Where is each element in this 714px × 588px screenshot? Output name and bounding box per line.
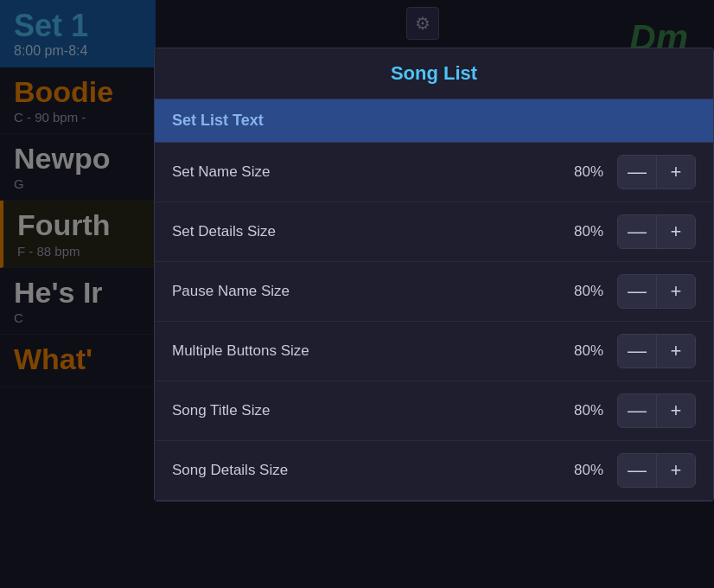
- setting-value-1: 80%: [564, 223, 603, 240]
- decrement-button-3[interactable]: —: [618, 335, 656, 368]
- section-label: Set List Text: [172, 112, 264, 129]
- section-row-set-list-text[interactable]: Set List Text: [155, 99, 713, 143]
- modal-title: Song List: [391, 62, 477, 84]
- setting-value-2: 80%: [564, 283, 603, 300]
- setting-value-4: 80%: [564, 402, 603, 419]
- setting-name-0: Set Name Size: [172, 163, 564, 181]
- decrement-button-4[interactable]: —: [618, 394, 656, 427]
- setting-value-0: 80%: [564, 163, 603, 181]
- increment-button-2[interactable]: +: [657, 275, 695, 308]
- increment-button-5[interactable]: +: [657, 454, 695, 487]
- increment-button-1[interactable]: +: [657, 215, 695, 248]
- stepper-0: — +: [617, 155, 696, 189]
- stepper-5: — +: [617, 453, 696, 488]
- setting-value-5: 80%: [564, 462, 603, 479]
- setting-row-0: Set Name Size 80% — +: [155, 143, 713, 202]
- stepper-1: — +: [617, 214, 696, 249]
- setting-name-4: Song Title Size: [172, 402, 564, 419]
- stepper-3: — +: [617, 334, 696, 368]
- decrement-button-0[interactable]: —: [618, 156, 656, 189]
- setting-row-4: Song Title Size 80% — +: [155, 381, 713, 441]
- increment-button-0[interactable]: +: [657, 156, 695, 189]
- decrement-button-1[interactable]: —: [618, 215, 656, 248]
- decrement-button-5[interactable]: —: [618, 454, 656, 487]
- setting-row-1: Set Details Size 80% — +: [155, 202, 713, 262]
- setting-name-5: Song Details Size: [172, 462, 564, 479]
- stepper-2: — +: [617, 274, 696, 309]
- decrement-button-2[interactable]: —: [618, 275, 656, 308]
- increment-button-4[interactable]: +: [657, 394, 695, 427]
- setting-name-2: Pause Name Size: [172, 283, 564, 300]
- modal-header: Song List: [155, 48, 713, 99]
- stepper-4: — +: [617, 393, 696, 428]
- setting-name-1: Set Details Size: [172, 223, 564, 240]
- setting-row-3: Multiple Buttons Size 80% — +: [155, 322, 713, 381]
- increment-button-3[interactable]: +: [657, 335, 695, 368]
- setting-row-2: Pause Name Size 80% — +: [155, 262, 713, 322]
- setting-row-5: Song Details Size 80% — +: [155, 441, 713, 501]
- setting-value-3: 80%: [564, 342, 603, 360]
- song-list-modal: Song List Set List Text Set Name Size 80…: [154, 48, 714, 502]
- setting-name-3: Multiple Buttons Size: [172, 342, 564, 360]
